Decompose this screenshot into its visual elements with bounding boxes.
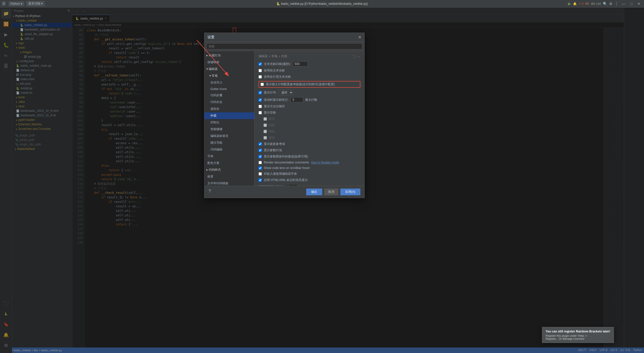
toast-line2: Register... Or Manage Licenses' xyxy=(546,337,610,340)
trailing-space-label: 拖拉 xyxy=(269,129,275,134)
editor-tabs-label: 编辑器标签页 xyxy=(210,134,228,138)
editor-font-checkbox[interactable] xyxy=(259,172,262,175)
editor-font-label: 对嵌入项使用编辑器字体 xyxy=(264,172,297,176)
reader-mode-link[interactable]: Also in Reader mode xyxy=(311,161,339,164)
toast-line1: Register this plugin under 'Help -> xyxy=(546,334,610,337)
sidebar-item-editor-tabs[interactable]: 编辑器标签页 xyxy=(204,133,254,139)
show-line-num-select[interactable]: 选对 全部 xyxy=(279,90,293,95)
render-docs-checkbox[interactable] xyxy=(259,161,262,164)
dialog-footer: ? 确定 取消 应用(A) xyxy=(204,186,364,198)
auto-import-label: 自动导入 xyxy=(210,80,222,85)
leading-space-checkbox[interactable] xyxy=(264,117,267,121)
python-dropdown[interactable]: Python ▾ xyxy=(9,2,24,6)
sidebar-item-keymap[interactable]: 按键映射 xyxy=(204,59,254,66)
gutter-label: Gutter Icons xyxy=(210,87,227,91)
breadcrumb-expand-icon[interactable]: ⬛ xyxy=(353,55,356,58)
breadcrumb-sep1: > xyxy=(269,55,270,58)
settings-block-cursor: 使用块文本光标 xyxy=(259,68,360,73)
settings-other-space: 游览 xyxy=(259,136,360,140)
trailing-space-checkbox[interactable] xyxy=(264,130,267,133)
sidebar-item-nav[interactable]: 随注导航 xyxy=(204,139,254,146)
param-action-label: 显示参数图操作的捷选(如果可用) xyxy=(264,154,308,159)
appearance-label: 外观 xyxy=(210,114,216,118)
cursor-blink-checkbox[interactable] xyxy=(259,62,262,66)
sidebar-item-code-complete[interactable]: 代码补全 xyxy=(204,99,254,106)
cursor-blink-label: 文本光标闪烁(毫秒): xyxy=(264,62,291,66)
scroll-show-checkbox[interactable] xyxy=(259,98,262,102)
app-menu-icon[interactable]: ☰ xyxy=(2,1,6,6)
settings-toolbar-icon[interactable]: ⚙ xyxy=(609,2,612,6)
sidebar-item-general[interactable]: ▾ 常规 xyxy=(204,72,254,79)
more-icon[interactable]: ⋮ xyxy=(614,1,618,6)
interpreter-dropdown[interactable]: 基本功能 ▾ xyxy=(26,1,45,6)
close-button[interactable]: ✕ xyxy=(636,1,642,6)
sidebar-item-placement[interactable]: 配色方案 xyxy=(204,160,254,166)
param-bulb-checkbox[interactable] xyxy=(259,149,262,152)
show-whitespace-checkbox[interactable] xyxy=(259,111,262,114)
method-sep-checkbox[interactable] xyxy=(259,105,262,108)
breadcrumb-text: 编辑器 xyxy=(259,54,268,58)
smart-keys-label: 智能键键 xyxy=(210,127,222,131)
placement-label: 配色方案 xyxy=(207,161,219,165)
notifications-icon[interactable]: 🔔 xyxy=(573,2,577,6)
leading-space-label: 前导 xyxy=(269,117,275,121)
sidebar-item-virtual[interactable]: 虚拟全 xyxy=(204,106,254,112)
show-embedded-checkbox[interactable] xyxy=(259,142,262,146)
dialog-help-icon[interactable]: ? xyxy=(208,189,211,195)
dialog-title: 设置 xyxy=(207,35,214,40)
info-badge: ℹ 5 xyxy=(586,2,589,5)
code-fold-label: 代码折叠 xyxy=(210,93,222,98)
dialog-cancel-button[interactable]: 取消 xyxy=(324,189,338,195)
inner-space-checkbox[interactable] xyxy=(264,124,267,127)
breadcrumb-back-icon[interactable]: ← xyxy=(357,55,360,58)
title-bar-right: ▶ 🔔 ⚠ 6 ℹ 5 397 | 64 🔍 ⚙ ⋮ — □ ✕ xyxy=(568,1,642,6)
param-action-checkbox[interactable] xyxy=(259,155,262,158)
sidebar-item-file-templates[interactable]: 文件和代码模板 xyxy=(204,180,254,186)
toast-title: You can still register Rainbow Brackets … xyxy=(546,330,610,333)
html-highlight-label: 启用 HTML/XML 标记时高亮显示 xyxy=(264,178,308,182)
inspect-label: 检查 xyxy=(207,174,213,179)
dialog-close-button[interactable]: ✕ xyxy=(358,35,361,40)
minimize-button[interactable]: — xyxy=(620,1,627,6)
scroll-show-value[interactable] xyxy=(291,97,303,102)
settings-show-embedded: 显示嵌套参考域 xyxy=(259,142,360,146)
cursor-blink-value[interactable] xyxy=(293,61,308,66)
other-space-checkbox[interactable] xyxy=(264,136,267,139)
settings-search-input[interactable] xyxy=(206,43,362,49)
fullwidth-cursor-label: 使用全行宽文本光标 xyxy=(264,75,291,79)
settings-render-docs: Render documentation comments Also in Re… xyxy=(259,161,360,164)
sidebar-item-appearance-behavior[interactable]: ▸ 外观行为 xyxy=(204,52,254,59)
settings-dialog: 设置 ✕ ▸ 外观行为 按键映射 ▾ 编辑器 ▾ 常规 自动导入 Gutter … xyxy=(204,33,365,198)
show-param-hints-checkbox[interactable] xyxy=(261,83,264,86)
maximize-button[interactable]: □ xyxy=(629,1,634,6)
show-embedded-label: 显示嵌套参考域 xyxy=(264,142,285,146)
code-lens-checkbox[interactable] xyxy=(259,166,262,170)
dialog-ok-button[interactable]: 确定 xyxy=(306,189,322,195)
sidebar-item-gutter[interactable]: Gutter Icons xyxy=(204,86,254,92)
virtual-label: 虚拟全 xyxy=(210,107,219,111)
title-bar: ☰ Python ▾ 基本功能 ▾ 🐍 baidu_netdisk.py [D:… xyxy=(0,0,644,8)
method-sep-label: 显示方法分隔符 xyxy=(264,104,285,109)
settings-content: 编辑器 > 常规 > 外观 ⬛ ← 文本光标闪烁(毫秒): xyxy=(255,51,364,186)
sidebar-item-inspect[interactable]: 检查 xyxy=(204,173,254,180)
sidebar-item-console[interactable]: 控制台 xyxy=(204,119,254,126)
sidebar-item-auto-import[interactable]: 自动导入 xyxy=(204,79,254,86)
sidebar-item-color-scheme[interactable]: ▸ 代码样式 xyxy=(204,166,254,173)
sidebar-item-appearance[interactable]: 外观 xyxy=(204,112,254,119)
breadcrumb-text3: 外观 xyxy=(281,54,287,58)
nav-label: 随注导航 xyxy=(210,141,222,145)
dialog-apply-button[interactable]: 应用(A) xyxy=(340,189,360,195)
sidebar-item-smart-keys[interactable]: 智能键键 xyxy=(204,126,254,133)
html-highlight-checkbox[interactable] xyxy=(259,179,262,182)
search-toolbar-icon[interactable]: 🔍 xyxy=(603,2,607,6)
file-templates-label: 文件和代码模板 xyxy=(207,181,228,186)
sidebar-item-editor[interactable]: ▾ 编辑器 xyxy=(204,66,254,72)
sidebar-item-code-fold[interactable]: 代码折叠 xyxy=(204,92,254,99)
sidebar-item-font[interactable]: 字体 xyxy=(204,153,254,160)
fullwidth-cursor-checkbox[interactable] xyxy=(259,75,262,78)
block-cursor-checkbox[interactable] xyxy=(259,69,262,72)
sidebar-item-code-edit[interactable]: 代码编辑 xyxy=(204,146,254,153)
run-icon[interactable]: ▶ xyxy=(568,1,571,6)
settings-dialog-overlay: 设置 ✕ ▸ 外观行为 按键映射 ▾ 编辑器 ▾ 常规 自动导入 Gutter … xyxy=(0,8,644,353)
show-line-num-checkbox[interactable] xyxy=(259,91,262,94)
